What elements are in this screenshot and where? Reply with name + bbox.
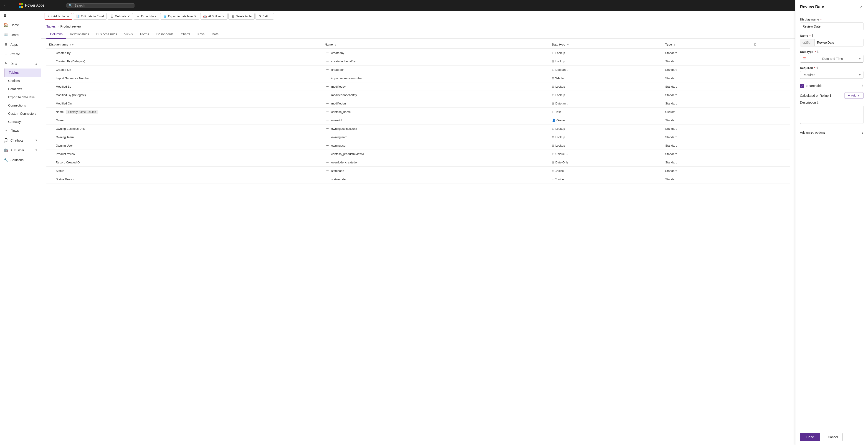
row-dots-btn[interactable]: ··· <box>325 101 330 106</box>
dots-btn[interactable]: ··· <box>49 50 55 55</box>
cell-data-type: ⊞Date an... <box>549 65 662 74</box>
cancel-button[interactable]: Cancel <box>823 433 842 441</box>
calc-info-icon[interactable]: ℹ <box>830 94 831 97</box>
col-header-type[interactable]: Type ∨ <box>662 40 751 49</box>
col-header-data-type[interactable]: Data type ∨ <box>549 40 662 49</box>
description-field-group: Description ℹ <box>800 100 863 124</box>
sidebar-item-connections[interactable]: Connections <box>5 101 41 110</box>
row-dots-btn[interactable]: ··· <box>325 84 330 89</box>
sidebar-item-home[interactable]: 🏠 Home <box>0 20 41 30</box>
add-calc-button[interactable]: + Add ∨ <box>844 92 863 99</box>
required-select[interactable]: Required ∨ <box>800 71 863 79</box>
ai-builder-button[interactable]: 🤖 AI Builder ∨ <box>200 13 227 20</box>
tab-charts[interactable]: Charts <box>177 30 194 39</box>
row-dots-btn[interactable]: ··· <box>325 160 330 165</box>
tab-keys[interactable]: Keys <box>194 30 208 39</box>
row-dots-btn[interactable]: ··· <box>325 126 330 131</box>
col-header-display-name[interactable]: Display name ↑ ∨ <box>46 40 322 49</box>
sidebar-toggle[interactable]: ☰ <box>0 11 41 20</box>
sidebar-item-connectors[interactable]: Custom Connectors <box>5 110 41 118</box>
data-type-info-icon[interactable]: ℹ <box>817 50 818 54</box>
sidebar-item-data[interactable]: 🗄 Data ∧ <box>0 59 41 68</box>
cell-c <box>751 150 790 158</box>
sidebar-item-tables[interactable]: Tables <box>5 68 41 77</box>
tab-data[interactable]: Data <box>208 30 222 39</box>
get-data-button[interactable]: 🗄 Get data ∨ <box>107 13 133 20</box>
dots-btn[interactable]: ··· <box>49 92 55 97</box>
dots-btn[interactable]: ··· <box>49 59 55 63</box>
row-dots-btn[interactable]: ··· <box>325 50 330 55</box>
tab-columns[interactable]: Columns <box>46 30 66 39</box>
export-lake-button[interactable]: 💧 Export to data lake ∨ <box>160 13 199 20</box>
dots-btn[interactable]: ··· <box>49 126 55 131</box>
dots-btn[interactable]: ··· <box>49 67 55 72</box>
sidebar-item-dataflows[interactable]: Dataflows <box>5 85 41 93</box>
tab-relationships[interactable]: Relationships <box>66 30 93 39</box>
export-data-button[interactable]: → Export data <box>134 13 159 20</box>
row-dots-btn[interactable]: ··· <box>325 76 330 80</box>
sidebar-item-export-lake[interactable]: Export to data lake <box>5 93 41 101</box>
sidebar-item-flows[interactable]: ↔ Flows <box>0 126 41 136</box>
cell-display-name: ··· Owning Business Unit <box>46 124 322 133</box>
dots-btn[interactable]: ··· <box>49 143 55 148</box>
dots-btn[interactable]: ··· <box>49 84 55 89</box>
sidebar-item-gateways[interactable]: Gateways <box>5 118 41 126</box>
searchable-checkbox[interactable]: ✓ <box>800 84 804 88</box>
dots-btn[interactable]: ··· <box>49 101 55 106</box>
row-dots-btn[interactable]: ··· <box>325 151 330 156</box>
delete-table-button[interactable]: 🗑 Delete table <box>228 13 254 20</box>
name-info-icon[interactable]: ℹ <box>812 34 813 37</box>
dots-btn[interactable]: ··· <box>49 160 55 165</box>
settings-button[interactable]: ⚙ Setti... <box>255 13 274 20</box>
add-column-button[interactable]: + + Add column <box>44 13 72 20</box>
dots-btn[interactable]: ··· <box>49 168 55 173</box>
sidebar-item-ai[interactable]: 🤖 AI Builder ∨ <box>0 145 41 155</box>
row-dots-btn[interactable]: ··· <box>325 143 330 148</box>
dots-btn[interactable]: ··· <box>49 177 55 181</box>
sidebar-item-apps[interactable]: ⊞ Apps <box>0 39 41 50</box>
tab-views[interactable]: Views <box>121 30 136 39</box>
tab-business-rules[interactable]: Business rules <box>93 30 121 39</box>
required-info-icon[interactable]: ℹ <box>816 66 818 70</box>
row-dots-btn[interactable]: ··· <box>325 67 330 72</box>
dots-btn[interactable]: ··· <box>49 135 55 139</box>
display-name-input[interactable] <box>800 23 863 30</box>
data-type-select[interactable]: 📅 Date and Time ∨ <box>800 55 863 63</box>
tab-forms[interactable]: Forms <box>136 30 153 39</box>
cell-type: Standard <box>662 65 751 74</box>
dots-btn[interactable]: ··· <box>49 76 55 80</box>
done-button[interactable]: Done <box>800 433 820 441</box>
breadcrumb-parent[interactable]: Tables <box>46 25 56 28</box>
advanced-options-row[interactable]: Advanced options ∨ <box>800 128 863 137</box>
col-header-name[interactable]: Name ∨ <box>322 40 549 49</box>
searchable-info-icon[interactable]: ℹ <box>862 84 863 88</box>
dots-btn[interactable]: ··· <box>49 151 55 156</box>
row-dots-btn[interactable]: ··· <box>325 177 330 181</box>
cell-data-type: ≡Choice <box>549 175 662 183</box>
description-textarea[interactable] <box>800 106 863 124</box>
edit-excel-button[interactable]: 📊 Edit data in Excel <box>73 13 107 20</box>
name-input[interactable] <box>815 39 863 46</box>
row-dots-btn[interactable]: ··· <box>325 118 330 122</box>
dots-btn[interactable]: ··· <box>49 109 55 114</box>
sidebar-item-chatbots[interactable]: 💬 Chatbots ∨ <box>0 136 41 145</box>
sidebar-item-solutions[interactable]: 🔧 Solutions <box>0 155 41 165</box>
panel-close-button[interactable]: × <box>859 4 863 10</box>
sidebar-item-create[interactable]: + Create <box>0 50 41 59</box>
waffle-icon[interactable]: ⋮⋮⋮ <box>3 3 15 8</box>
sidebar-item-learn[interactable]: 📖 Learn <box>0 30 41 39</box>
search-bar[interactable]: 🔍 <box>66 3 134 7</box>
tab-dashboards[interactable]: Dashboards <box>153 30 177 39</box>
search-input[interactable] <box>74 4 132 7</box>
description-info-icon[interactable]: ℹ <box>817 100 818 104</box>
panel-footer: Done Cancel <box>796 429 868 445</box>
dots-btn[interactable]: ··· <box>49 118 55 122</box>
panel-body: Display name * Name * ℹ cr25d_ Data type… <box>796 14 868 429</box>
sidebar-item-choices[interactable]: Choices <box>5 77 41 85</box>
get-data-chevron-icon: ∨ <box>128 14 130 18</box>
row-dots-btn[interactable]: ··· <box>325 109 330 114</box>
row-dots-btn[interactable]: ··· <box>325 92 330 97</box>
row-dots-btn[interactable]: ··· <box>325 168 330 173</box>
row-dots-btn[interactable]: ··· <box>325 135 330 139</box>
row-dots-btn[interactable]: ··· <box>325 59 330 63</box>
